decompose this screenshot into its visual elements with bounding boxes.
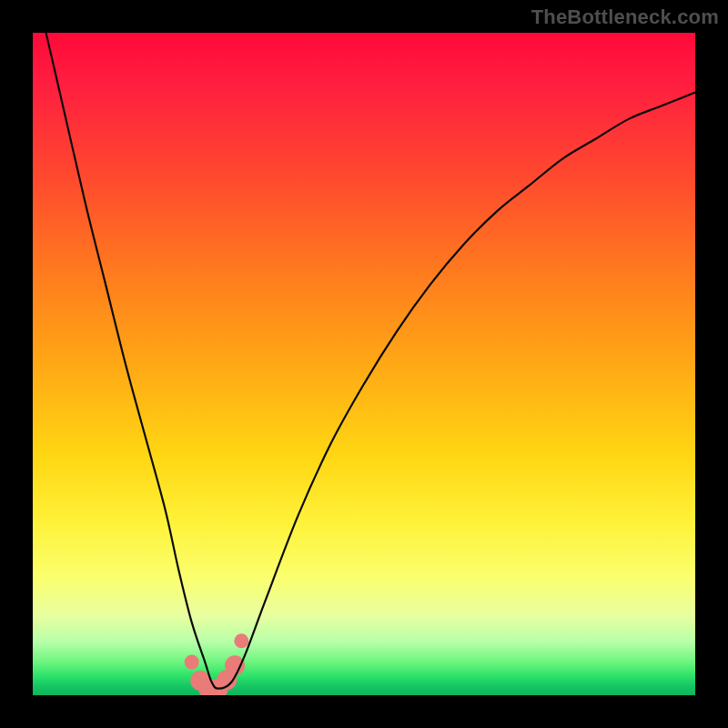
marker-group — [185, 633, 249, 695]
chart-frame: TheBottleneck.com — [0, 0, 728, 728]
watermark-text: TheBottleneck.com — [531, 5, 719, 29]
highlight-dot — [225, 655, 245, 675]
v-curve-path — [46, 33, 695, 689]
highlight-dot — [185, 655, 199, 670]
plot-area — [33, 33, 695, 695]
chart-svg — [33, 33, 695, 695]
highlight-dot — [234, 633, 248, 648]
